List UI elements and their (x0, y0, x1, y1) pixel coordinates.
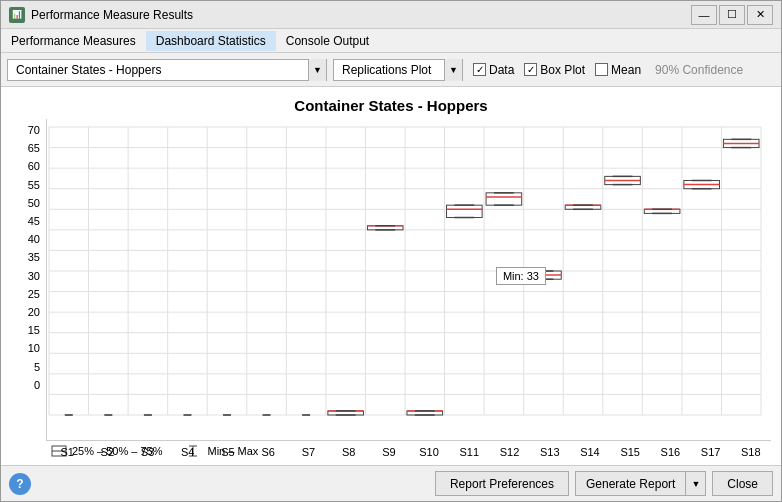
x-label-s8: S8 (329, 446, 369, 458)
generate-report-button[interactable]: Generate Report (575, 471, 685, 496)
y-axis: 70 65 60 55 50 45 40 35 30 25 20 15 10 5… (6, 119, 44, 391)
x-label-s10: S10 (409, 446, 449, 458)
y-label-60: 60 (28, 160, 40, 172)
x-label-s9: S9 (369, 446, 409, 458)
chart-inner: Min: 33 S1 S2 S3 S4 S5 S6 S7 S8 S9 S10 S… (46, 119, 771, 441)
bottom-left: ? (9, 473, 31, 495)
toolbar: Container States - Hoppers ▼ Replication… (1, 53, 781, 87)
generate-report-split-button: Generate Report ▼ (575, 471, 706, 496)
x-label-s7: S7 (288, 446, 328, 458)
y-label-25: 25 (28, 288, 40, 300)
checkboxes-group: ✓ Data ✓ Box Plot Mean 90% Confidence (473, 63, 743, 77)
y-label-5: 5 (34, 361, 40, 373)
x-label-s16: S16 (650, 446, 690, 458)
y-label-30: 30 (28, 270, 40, 282)
chart-area: Container States - Hoppers 70 65 60 55 5… (1, 87, 781, 465)
container-dropdown-arrow[interactable]: ▼ (308, 59, 326, 81)
x-label-s11: S11 (449, 446, 489, 458)
window-title: Performance Measure Results (31, 8, 193, 22)
chart-container: 70 65 60 55 50 45 40 35 30 25 20 15 10 5… (1, 119, 781, 441)
title-bar-controls: — ☐ ✕ (691, 5, 773, 25)
y-label-70: 70 (28, 124, 40, 136)
x-label-s3: S3 (127, 446, 167, 458)
container-dropdown[interactable]: Container States - Hoppers ▼ (7, 59, 327, 81)
replications-dropdown-value: Replications Plot (334, 61, 444, 79)
generate-report-arrow[interactable]: ▼ (685, 471, 706, 496)
x-label-s12: S12 (489, 446, 529, 458)
x-label-s18: S18 (731, 446, 771, 458)
y-label-15: 15 (28, 324, 40, 336)
x-label-s1: S1 (47, 446, 87, 458)
data-checkbox[interactable]: ✓ Data (473, 63, 514, 77)
x-axis-labels: S1 S2 S3 S4 S5 S6 S7 S8 S9 S10 S11 S12 S… (47, 446, 771, 458)
bottom-right: Report Preferences Generate Report ▼ Clo… (435, 471, 773, 496)
close-window-button[interactable]: ✕ (747, 5, 773, 25)
box-plot-checkbox[interactable]: ✓ Box Plot (524, 63, 585, 77)
replications-dropdown-arrow[interactable]: ▼ (444, 59, 462, 81)
x-label-s15: S15 (610, 446, 650, 458)
box-plot-checkbox-label: Box Plot (540, 63, 585, 77)
mean-cb-box (595, 63, 608, 76)
close-button[interactable]: Close (712, 471, 773, 496)
menu-dashboard-statistics[interactable]: Dashboard Statistics (146, 31, 276, 51)
report-preferences-button[interactable]: Report Preferences (435, 471, 569, 496)
bottom-bar: ? Report Preferences Generate Report ▼ C… (1, 465, 781, 501)
mean-checkbox[interactable]: Mean (595, 63, 641, 77)
chart-title: Container States - Hoppers (1, 87, 781, 119)
x-label-s5: S5 (208, 446, 248, 458)
container-dropdown-value: Container States - Hoppers (8, 61, 308, 79)
y-label-35: 35 (28, 251, 40, 263)
confidence-label: 90% Confidence (655, 63, 743, 77)
x-label-s4: S4 (168, 446, 208, 458)
title-bar: 📊 Performance Measure Results — ☐ ✕ (1, 1, 781, 29)
x-label-s13: S13 (530, 446, 570, 458)
main-window: 📊 Performance Measure Results — ☐ ✕ Perf… (0, 0, 782, 502)
x-label-s17: S17 (691, 446, 731, 458)
y-label-0: 0 (34, 379, 40, 391)
y-label-40: 40 (28, 233, 40, 245)
replications-dropdown[interactable]: Replications Plot ▼ (333, 59, 463, 81)
svg-rect-65 (486, 193, 522, 205)
svg-rect-59 (447, 205, 483, 217)
menu-bar: Performance Measures Dashboard Statistic… (1, 29, 781, 53)
title-bar-left: 📊 Performance Measure Results (9, 7, 193, 23)
x-label-s14: S14 (570, 446, 610, 458)
x-label-s2: S2 (87, 446, 127, 458)
app-icon: 📊 (9, 7, 25, 23)
y-label-20: 20 (28, 306, 40, 318)
menu-console-output[interactable]: Console Output (276, 31, 379, 51)
menu-performance-measures[interactable]: Performance Measures (1, 31, 146, 51)
minimize-button[interactable]: — (691, 5, 717, 25)
y-label-55: 55 (28, 179, 40, 191)
y-label-45: 45 (28, 215, 40, 227)
maximize-button[interactable]: ☐ (719, 5, 745, 25)
data-checkbox-label: Data (489, 63, 514, 77)
y-label-50: 50 (28, 197, 40, 209)
help-button[interactable]: ? (9, 473, 31, 495)
data-cb-box: ✓ (473, 63, 486, 76)
x-label-s6: S6 (248, 446, 288, 458)
y-label-10: 10 (28, 342, 40, 354)
box-plot-cb-box: ✓ (524, 63, 537, 76)
chart-svg (47, 119, 771, 440)
y-label-65: 65 (28, 142, 40, 154)
mean-checkbox-label: Mean (611, 63, 641, 77)
